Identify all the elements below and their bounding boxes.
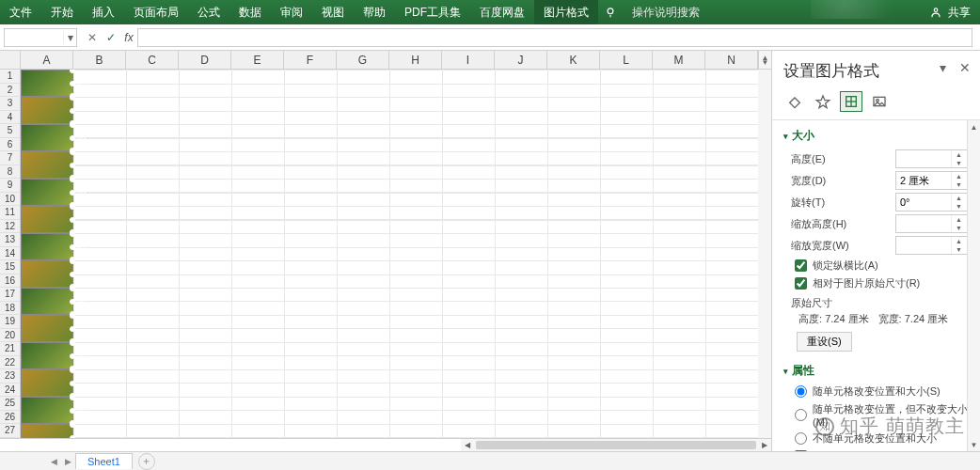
tab-help[interactable]: 帮助 — [354, 0, 395, 24]
row-head[interactable]: 16 — [0, 274, 20, 289]
inserted-picture[interactable]: ⟳ — [21, 124, 73, 151]
tab-formulas[interactable]: 公式 — [188, 0, 229, 24]
col-head[interactable]: L — [600, 51, 653, 69]
scale-width-input[interactable]: ▲▼ — [895, 236, 969, 255]
inserted-picture[interactable] — [21, 206, 73, 233]
col-head[interactable]: E — [231, 51, 284, 69]
row-head[interactable]: 27 — [0, 424, 20, 438]
inserted-picture[interactable]: ⟳ — [21, 342, 73, 369]
col-head[interactable]: I — [442, 51, 495, 69]
tab-data[interactable]: 数据 — [229, 0, 271, 24]
tab-pdf-tools[interactable]: PDF工具集 — [395, 0, 470, 24]
formula-input[interactable] — [137, 28, 972, 47]
inserted-picture[interactable]: ⟳ — [21, 70, 73, 97]
row-head[interactable]: 24 — [0, 384, 20, 398]
rotate-handle-icon[interactable]: ⟳ — [74, 405, 86, 416]
col-head[interactable]: G — [337, 51, 389, 69]
inserted-picture[interactable]: ⟳ — [21, 397, 73, 424]
col-head[interactable]: F — [284, 51, 337, 69]
prev-sheet-icon[interactable]: ◀ — [47, 457, 61, 466]
add-sheet-button[interactable]: ＋ — [138, 453, 155, 470]
section-size[interactable]: ▾大小 — [783, 128, 969, 144]
inserted-picture[interactable]: ⟳ — [21, 288, 73, 315]
row-head[interactable]: 7 — [0, 151, 20, 165]
row-head[interactable]: 4 — [0, 111, 20, 125]
rotate-handle-icon[interactable]: ⟳ — [74, 242, 86, 253]
col-head[interactable]: B — [73, 51, 126, 69]
tab-baidu-netdisk[interactable]: 百度网盘 — [470, 0, 534, 24]
row-head[interactable]: 11 — [0, 206, 20, 220]
name-box[interactable]: ▾ — [4, 28, 77, 47]
width-input[interactable]: ▲▼ — [895, 171, 969, 190]
row-head[interactable]: 6 — [0, 138, 20, 152]
height-input[interactable]: ▲▼ — [895, 149, 969, 168]
row-head[interactable]: 5 — [0, 124, 20, 138]
picture-icon[interactable] — [868, 91, 891, 112]
row-head[interactable]: 25 — [0, 397, 20, 411]
tab-review[interactable]: 审阅 — [271, 0, 312, 24]
opt-move-size[interactable]: 随单元格改变位置和大小(S) — [795, 384, 969, 399]
scroll-left-icon[interactable]: ◀ — [461, 439, 474, 451]
v-scrollbar[interactable]: ▲▼ — [758, 51, 771, 69]
section-properties[interactable]: ▾属性 — [783, 363, 969, 379]
confirm-icon[interactable]: ✓ — [102, 31, 120, 44]
row-head[interactable]: 3 — [0, 97, 20, 111]
fx-icon[interactable]: fx — [120, 31, 137, 44]
inserted-picture[interactable] — [21, 260, 73, 288]
row-head[interactable]: 23 — [0, 369, 20, 384]
row-head[interactable]: 20 — [0, 329, 20, 343]
tab-view[interactable]: 视图 — [312, 0, 354, 24]
chevron-down-icon[interactable]: ▾ — [940, 60, 946, 75]
row-head[interactable]: 22 — [0, 356, 20, 370]
row-head[interactable]: 9 — [0, 179, 20, 193]
row-head[interactable]: 15 — [0, 260, 20, 274]
h-scrollbar[interactable]: ◀ ▶ — [0, 438, 771, 451]
row-head[interactable]: 26 — [0, 411, 20, 425]
tab-picture-format[interactable]: 图片格式 — [534, 0, 598, 24]
inserted-picture[interactable] — [21, 151, 73, 179]
rotate-handle-icon[interactable]: ⟳ — [74, 187, 86, 198]
row-head[interactable]: 12 — [0, 220, 20, 234]
row-head[interactable]: 10 — [0, 193, 20, 207]
reset-button[interactable]: 重设(S) — [797, 332, 852, 352]
row-head[interactable]: 1 — [0, 70, 20, 84]
inserted-picture[interactable] — [21, 424, 73, 438]
rotate-handle-icon[interactable]: ⟳ — [74, 78, 86, 89]
tab-page-layout[interactable]: 页面布局 — [124, 0, 188, 24]
rotate-handle-icon[interactable]: ⟳ — [74, 133, 86, 144]
rotate-handle-icon[interactable]: ⟳ — [74, 296, 86, 307]
row-head[interactable]: 14 — [0, 247, 20, 261]
col-head[interactable]: N — [705, 51, 758, 69]
col-head[interactable]: D — [179, 51, 231, 69]
sheet-tab[interactable]: Sheet1 — [75, 453, 133, 469]
row-head[interactable]: 8 — [0, 165, 20, 180]
inserted-picture[interactable] — [21, 97, 73, 124]
chevron-down-icon[interactable]: ▾ — [63, 31, 76, 44]
row-head[interactable]: 2 — [0, 84, 20, 98]
tell-me-input[interactable]: 操作说明搜索 — [623, 0, 709, 24]
scale-height-input[interactable]: ▲▼ — [895, 214, 969, 233]
row-head[interactable]: 18 — [0, 302, 20, 316]
tab-file[interactable]: 文件 — [0, 0, 41, 24]
lock-ratio-checkbox[interactable]: 锁定纵横比(A) — [795, 258, 969, 273]
tab-home[interactable]: 开始 — [41, 0, 83, 24]
inserted-picture[interactable]: ⟳ — [21, 233, 73, 260]
print-object-checkbox[interactable]: 打印对象(P) — [795, 449, 969, 451]
select-all-corner[interactable] — [0, 51, 21, 69]
cell-grid[interactable]: ⟳⟳⟳⟳⟳⟳⟳ — [21, 70, 758, 438]
col-head[interactable]: M — [653, 51, 705, 69]
rotate-handle-icon[interactable]: ⟳ — [74, 351, 86, 362]
rotation-input[interactable]: ▲▼ — [895, 193, 969, 212]
scroll-right-icon[interactable]: ▶ — [758, 439, 771, 451]
effects-icon[interactable] — [812, 91, 834, 112]
col-head[interactable]: K — [547, 51, 600, 69]
inserted-picture[interactable] — [21, 369, 73, 397]
next-sheet-icon[interactable]: ▶ — [61, 457, 75, 466]
inserted-picture[interactable] — [21, 315, 73, 342]
relative-orig-checkbox[interactable]: 相对于图片原始尺寸(R) — [795, 276, 969, 290]
cancel-icon[interactable]: ✕ — [83, 31, 102, 44]
row-head[interactable]: 13 — [0, 233, 20, 247]
col-head[interactable]: J — [495, 51, 547, 69]
opt-no-move[interactable]: 不随单元格改变位置和大小 — [795, 431, 969, 446]
size-icon[interactable] — [840, 91, 862, 112]
